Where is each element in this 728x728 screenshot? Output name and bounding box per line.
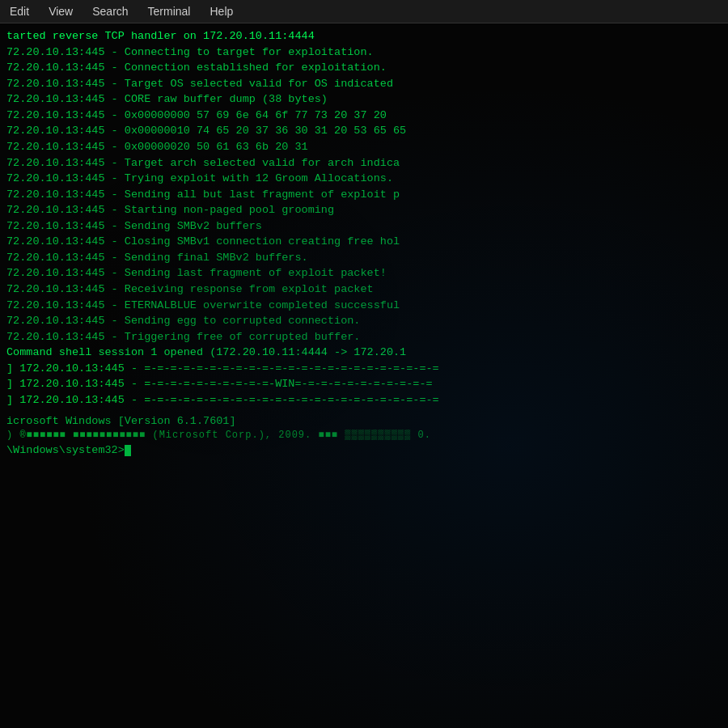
terminal-line-19: 72.20.10.13:445 - Triggering free of cor… — [6, 329, 722, 345]
terminal-window: Edit View Search Terminal Help tarted re… — [0, 0, 728, 728]
menu-view[interactable]: View — [45, 3, 76, 19]
cursor — [125, 445, 131, 456]
terminal-line-10: 72.20.10.13:445 - Sending all but last f… — [6, 187, 722, 203]
terminal-line-15: 72.20.10.13:445 - Sending last fragment … — [6, 265, 722, 281]
terminal-line-23: ] 172.20.10.13:445 - =-=-=-=-=-=-=-=-=-=… — [6, 392, 722, 408]
menu-edit[interactable]: Edit — [6, 3, 32, 19]
menu-bar: Edit View Search Terminal Help — [0, 0, 728, 23]
menu-help[interactable]: Help — [206, 3, 236, 19]
menu-search[interactable]: Search — [89, 3, 131, 19]
terminal-line-22: ] 172.20.10.13:445 - =-=-=-=-=-=-=-=-=-=… — [6, 376, 722, 392]
terminal-line-7: 72.20.10.13:445 - 0x00000020 50 61 63 6b… — [6, 139, 722, 155]
windows-version-line: icrosoft Windows [Version 6.1.7601] — [6, 413, 722, 430]
terminal-line-2: 72.20.10.13:445 - Connection established… — [6, 60, 722, 76]
terminal-line-20: Command shell session 1 opened (172.20.1… — [6, 345, 722, 361]
terminal-line-13: 72.20.10.13:445 - Closing SMBv1 connecti… — [6, 234, 722, 250]
terminal-line-12: 72.20.10.13:445 - Sending SMBv2 buffers — [6, 218, 722, 235]
terminal-line-11: 72.20.10.13:445 - Starting non-paged poo… — [6, 202, 722, 218]
terminal-line-8: 72.20.10.13:445 - Target arch selected v… — [6, 155, 722, 171]
terminal-line-14: 72.20.10.13:445 - Sending final SMBv2 bu… — [6, 250, 722, 266]
menu-terminal[interactable]: Terminal — [145, 3, 194, 19]
terminal-line-4: 72.20.10.13:445 - CORE raw buffer dump (… — [6, 91, 722, 108]
terminal-line-0: tarted reverse TCP handler on 172.20.10.… — [6, 28, 722, 44]
windows-copyright-line: ) ®■■■■■■ ■■■■■■■■■■■ (Microsoft Corp.),… — [6, 429, 722, 442]
terminal-line-5: 72.20.10.13:445 - 0x00000000 57 69 6e 64… — [6, 108, 722, 124]
terminal-body: tarted reverse TCP handler on 172.20.10.… — [0, 23, 728, 728]
terminal-line-3: 72.20.10.13:445 - Target OS selected val… — [6, 76, 722, 92]
bottom-section: icrosoft Windows [Version 6.1.7601] ) ®■… — [6, 413, 722, 459]
terminal-line-1: 72.20.10.13:445 - Connecting to target f… — [6, 44, 722, 61]
terminal-line-17: 72.20.10.13:445 - ETERNALBLUE overwrite … — [6, 298, 722, 314]
terminal-line-16: 72.20.10.13:445 - Receiving response fro… — [6, 281, 722, 298]
terminal-line-6: 72.20.10.13:445 - 0x00000010 74 65 20 37… — [6, 123, 722, 139]
terminal-line-21: ] 172.20.10.13:445 - =-=-=-=-=-=-=-=-=-=… — [6, 361, 722, 377]
terminal-output: tarted reverse TCP handler on 172.20.10.… — [6, 28, 722, 408]
prompt-text: \Windows\system32> — [6, 444, 125, 456]
terminal-line-9: 72.20.10.13:445 - Trying exploit with 12… — [6, 171, 722, 187]
prompt-line: \Windows\system32> — [6, 442, 722, 459]
terminal-line-18: 72.20.10.13:445 - Sending egg to corrupt… — [6, 313, 722, 329]
